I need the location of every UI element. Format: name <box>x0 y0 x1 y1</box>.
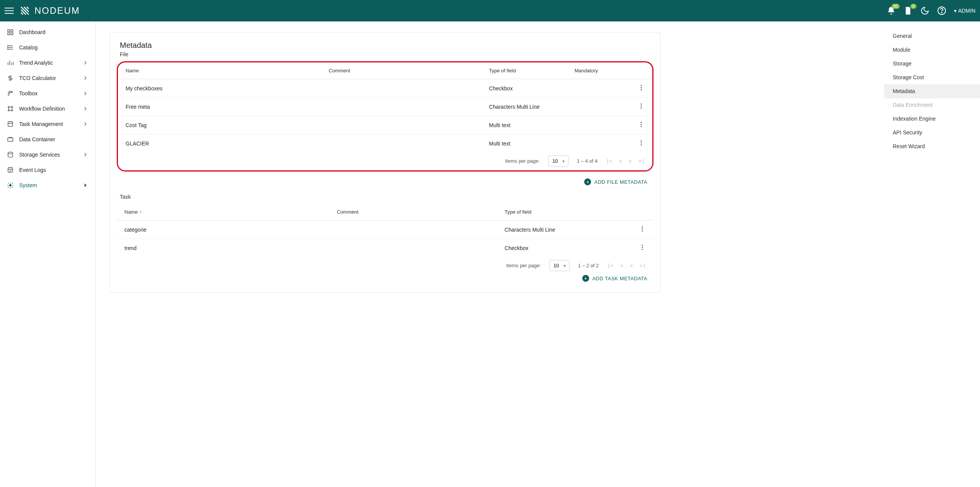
more-vert-icon[interactable] <box>638 139 645 146</box>
chevron-right-icon <box>82 121 88 127</box>
menu-toggle-button[interactable] <box>5 6 14 15</box>
task-items-per-page-select[interactable]: 10 <box>549 260 570 271</box>
sidebar-item-label: Task Management <box>19 121 77 127</box>
sidebar-item-dashboard[interactable]: Dashboard <box>0 25 95 40</box>
table-row[interactable]: My checkboxes Checkbox <box>118 79 652 98</box>
file-first-page-button[interactable]: |< <box>606 158 612 164</box>
cell-comment <box>321 79 481 98</box>
task-first-page-button[interactable]: |< <box>607 263 613 268</box>
file-items-per-page-select[interactable]: 10 <box>548 155 568 167</box>
file-prev-page-button[interactable]: < <box>619 158 622 164</box>
more-vert-icon[interactable] <box>638 121 645 128</box>
file-col-name[interactable]: Name <box>118 62 321 79</box>
table-row[interactable]: Cost Tag Multi text <box>118 116 652 134</box>
svg-rect-3 <box>11 29 13 31</box>
right-panel: GeneralModuleStorageStorage CostMetadata… <box>884 21 980 487</box>
cell-comment <box>321 116 481 134</box>
task-col-type[interactable]: Type of field <box>497 204 620 221</box>
sidebar-item-toolbox[interactable]: Toolbox <box>0 86 95 101</box>
sidebar-item-catalog[interactable]: Catalog <box>0 40 95 55</box>
add-task-metadata-label: ADD TASK METADATA <box>592 276 647 281</box>
metadata-card: Metadata File Name Comment Type of field… <box>109 32 661 293</box>
sidebar-item-tco-calculator[interactable]: TCO Calculator <box>0 70 95 86</box>
svg-point-27 <box>641 140 642 141</box>
right-item-storage[interactable]: Storage <box>884 57 980 70</box>
task-next-page-button[interactable]: > <box>630 263 633 268</box>
cell-comment <box>321 134 481 153</box>
container-icon <box>7 136 14 143</box>
help-button[interactable] <box>937 6 946 15</box>
sidebar-item-storage-services[interactable]: Storage Services <box>0 147 95 162</box>
file-metadata-table: Name Comment Type of field Mandatory My … <box>118 62 652 152</box>
file-col-type[interactable]: Type of field <box>481 62 567 79</box>
dropdown-caret-icon: ▾ <box>954 8 957 14</box>
task-col-name[interactable]: Name↑ <box>117 204 329 221</box>
svg-rect-4 <box>8 33 10 35</box>
file-last-page-button[interactable]: >| <box>639 158 645 164</box>
right-item-indexation-engine[interactable]: Indexation Engine <box>884 112 980 126</box>
file-col-comment[interactable]: Comment <box>321 62 481 79</box>
brand-logo[interactable]: NODEUM <box>19 5 80 16</box>
svg-point-12 <box>11 110 13 111</box>
right-item-storage-cost[interactable]: Storage Cost <box>884 70 980 84</box>
sidebar-item-label: Workflow Definition <box>19 106 77 112</box>
cell-comment <box>329 239 497 257</box>
svg-point-28 <box>641 142 642 144</box>
cell-type: Characters Multi Line <box>481 98 567 116</box>
sidebar-item-data-container[interactable]: Data Container <box>0 132 95 147</box>
add-file-metadata-button[interactable]: + ADD FILE METADATA <box>117 175 653 185</box>
tasks-button[interactable]: 0 <box>903 6 913 15</box>
sidebar-item-trend-analytic[interactable]: Trend Analytic <box>0 55 95 70</box>
file-next-page-button[interactable]: > <box>629 158 632 164</box>
sidebar-item-workflow-definition[interactable]: Workflow Definition <box>0 101 95 116</box>
svg-point-26 <box>641 126 642 127</box>
task-col-comment[interactable]: Comment <box>329 204 497 221</box>
right-item-general[interactable]: General <box>884 29 980 43</box>
table-row[interactable]: trend Checkbox <box>117 239 653 257</box>
task-section-label: Task <box>117 194 653 200</box>
right-item-module[interactable]: Module <box>884 43 980 57</box>
svg-point-10 <box>11 106 13 108</box>
dashboard-icon <box>7 29 14 36</box>
more-vert-icon[interactable] <box>639 244 646 251</box>
file-col-mandatory[interactable]: Mandatory <box>567 62 621 79</box>
more-vert-icon[interactable] <box>639 226 646 232</box>
user-menu-button[interactable]: ▾ ADMIN <box>954 8 975 14</box>
table-row[interactable]: categorie Characters Multi Line <box>117 221 653 239</box>
table-row[interactable]: Free meta Characters Multi Line <box>118 98 652 116</box>
right-item-reset-wizard[interactable]: Reset Wizard <box>884 139 980 153</box>
right-item-metadata[interactable]: Metadata <box>884 84 980 98</box>
catalog-icon <box>7 44 14 51</box>
task-prev-page-button[interactable]: < <box>620 263 623 268</box>
task-paginator: Items per page: 10 ▼ 1 – 2 of 2 |< < > >… <box>117 257 653 271</box>
svg-point-35 <box>642 249 643 250</box>
file-page-range: 1 – 4 of 4 <box>577 158 598 164</box>
table-row[interactable]: GLACIER Multi text <box>118 134 652 153</box>
sort-asc-icon: ↑ <box>139 209 142 215</box>
file-section-label: File <box>117 51 653 57</box>
add-task-metadata-button[interactable]: + ADD TASK METADATA <box>117 271 653 282</box>
notifications-button[interactable]: 50 <box>887 6 896 15</box>
cell-name: categorie <box>117 221 329 239</box>
svg-point-32 <box>642 230 643 232</box>
svg-rect-14 <box>8 138 13 141</box>
main-content: Metadata File Name Comment Type of field… <box>96 21 884 487</box>
user-label: ADMIN <box>958 8 975 14</box>
svg-rect-2 <box>8 29 10 31</box>
task-last-page-button[interactable]: >| <box>640 263 646 268</box>
right-item-api-security[interactable]: API Security <box>884 126 980 139</box>
svg-point-24 <box>641 122 642 123</box>
more-vert-icon[interactable] <box>638 103 645 109</box>
cell-comment <box>321 98 481 116</box>
analytics-icon <box>7 59 14 66</box>
more-vert-icon[interactable] <box>638 84 645 91</box>
sidebar-item-event-logs[interactable]: Event Logs <box>0 162 95 178</box>
sidebar-item-system[interactable]: System <box>0 178 95 193</box>
svg-point-34 <box>642 247 643 248</box>
notifications-badge: 50 <box>892 4 900 9</box>
sidebar-item-label: TCO Calculator <box>19 75 77 81</box>
sidebar-item-label: Catalog <box>19 44 88 51</box>
sidebar-item-task-management[interactable]: Task Management <box>0 116 95 132</box>
theme-toggle-button[interactable] <box>920 6 929 15</box>
cell-name: trend <box>117 239 329 257</box>
